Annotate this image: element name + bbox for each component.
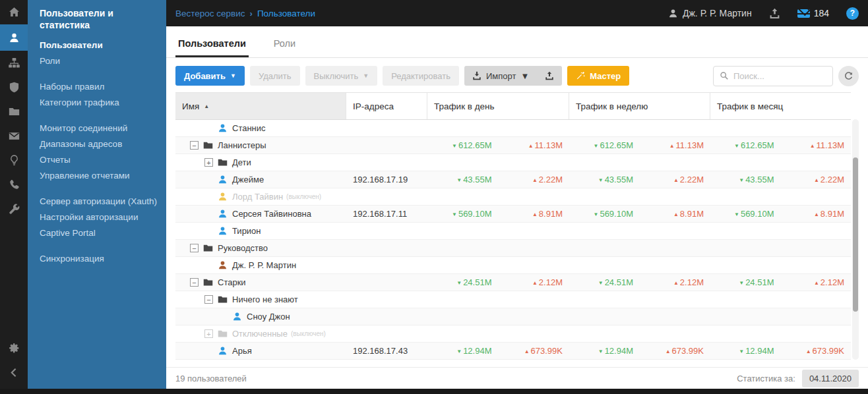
tab-inactive[interactable]: Роли xyxy=(271,30,298,57)
table-row[interactable]: +Дети xyxy=(175,154,851,171)
table-row[interactable]: Станнис xyxy=(175,120,851,137)
upload-value: ▲2.22M xyxy=(640,175,710,184)
arrow-up-icon: ▲ xyxy=(814,280,819,286)
current-user-menu[interactable]: Дж. Р. Р. Мартин xyxy=(668,8,752,18)
rail-item-home[interactable] xyxy=(0,0,28,24)
edit-button: Редактировать xyxy=(383,66,459,86)
folder-icon xyxy=(218,329,228,339)
name-cell: Джейме xyxy=(175,171,346,188)
search-input[interactable] xyxy=(733,71,826,81)
sidebar-item[interactable]: Сервер авторизации (Xauth) xyxy=(40,194,166,210)
sidebar-item[interactable]: Пользователи xyxy=(40,38,166,53)
expand-toggle-icon[interactable]: + xyxy=(204,158,213,167)
table-row[interactable]: Лорд Тайвин(выключен) xyxy=(175,188,851,206)
table-row[interactable]: Дж. Р. Р. Мартин xyxy=(175,257,851,274)
add-button[interactable]: Добавить ▼ xyxy=(175,66,245,86)
rail-item-shield[interactable] xyxy=(0,75,28,99)
arrow-down-icon: ▼ xyxy=(739,177,744,183)
row-name: Старки xyxy=(218,277,246,287)
column-header-label: Трафик в неделю xyxy=(576,101,648,111)
upload-value: ▲2.12M xyxy=(640,277,710,287)
column-header[interactable]: Трафик в месяц xyxy=(710,93,851,119)
upload-icon xyxy=(545,71,554,80)
expand-toggle-icon[interactable]: + xyxy=(204,329,213,338)
help-button[interactable]: ? xyxy=(846,7,859,20)
sidebar-item[interactable]: Роли xyxy=(40,53,166,69)
shield-icon xyxy=(9,82,20,93)
sidebar-item[interactable]: Наборы правил xyxy=(40,79,166,95)
download-value: ▼569.10M xyxy=(427,209,499,219)
collapse-toggle-icon[interactable]: − xyxy=(204,295,213,304)
table-row[interactable]: Арья192.168.17.43▼12.94M▲673.99K▼12.94M▲… xyxy=(175,343,851,360)
sort-asc-icon: ▲ xyxy=(204,103,209,109)
upload-button[interactable] xyxy=(769,8,780,19)
download-value: ▼612.65M xyxy=(710,140,781,150)
sidebar-item[interactable]: Синхронизация xyxy=(40,251,166,267)
row-name: Руководство xyxy=(218,243,268,253)
table-body: Станнис−Ланнистеры▼612.65M▲11.13M▼612.65… xyxy=(175,120,859,360)
rail-item-phone[interactable] xyxy=(0,173,28,197)
breadcrumb: Вестерос сервис › Пользователи xyxy=(175,9,315,18)
table-row[interactable]: −Руководство xyxy=(175,240,851,257)
refresh-button[interactable] xyxy=(838,66,859,86)
traffic-month-cell xyxy=(710,188,851,205)
envelope-icon xyxy=(797,9,810,18)
arrow-down-icon: ▼ xyxy=(456,177,462,183)
rail-item-folder[interactable] xyxy=(0,99,28,124)
sidebar-item[interactable]: Управление отчетами xyxy=(40,168,166,184)
arrow-down-icon: ▼ xyxy=(598,177,604,183)
rail-item-envelope[interactable] xyxy=(0,124,28,148)
table-row[interactable]: −Старки▼24.51M▲2.12M▼24.51M▲2.12M▼24.51M… xyxy=(175,274,851,291)
sidebar-item[interactable]: Captive Portal xyxy=(40,225,166,241)
export-button[interactable] xyxy=(537,66,562,86)
name-cell: −Руководство xyxy=(175,240,346,256)
sidebar-item[interactable]: Отчеты xyxy=(40,152,166,168)
stats-date-picker[interactable]: 04.11.2020 xyxy=(802,370,859,387)
table-row[interactable]: Джейме192.168.17.19▼43.55M▲2.22M▼43.55M▲… xyxy=(175,171,851,188)
column-header[interactable]: IP-адреса xyxy=(346,93,427,119)
table-row[interactable]: Тирион xyxy=(175,223,851,240)
table-row[interactable]: +Отключенные(выключен) xyxy=(175,325,851,343)
rail-item-sitemap[interactable] xyxy=(0,51,28,75)
rail-item-wrench[interactable] xyxy=(0,197,28,221)
column-header[interactable]: Трафик в неделю xyxy=(569,93,710,119)
traffic-month-cell xyxy=(710,257,851,273)
breadcrumb-link-service[interactable]: Вестерос сервис xyxy=(175,9,245,18)
collapse-toggle-icon[interactable]: − xyxy=(190,278,199,287)
tab-active[interactable]: Пользователи xyxy=(175,30,249,57)
import-button[interactable]: Импорт ▼ xyxy=(464,66,537,86)
row-name: Сноу Джон xyxy=(247,312,290,322)
column-header[interactable]: Трафик в день xyxy=(427,93,569,119)
scrollbar-thumb[interactable] xyxy=(853,157,858,312)
messages-button[interactable]: 184 xyxy=(797,8,829,18)
sidebar-item[interactable]: Настройки авторизации xyxy=(40,210,166,225)
download-value: ▼24.51M xyxy=(569,277,640,287)
table-row[interactable]: Серсея Тайвиновна192.168.17.11▼569.10M▲8… xyxy=(175,206,851,223)
traffic-month-cell: ▼43.55M▲2.22M xyxy=(710,171,851,188)
column-header[interactable]: Имя▲ xyxy=(175,93,346,119)
messages-count: 184 xyxy=(814,8,829,18)
row-name: Дети xyxy=(232,157,251,167)
wizard-button[interactable]: Мастер xyxy=(567,66,629,86)
upload-value: ▲8.91M xyxy=(640,209,710,219)
sidebar-item[interactable]: Диапазоны адресов xyxy=(40,136,166,152)
table-row[interactable]: −Ланнистеры▼612.65M▲11.13M▼612.65M▲11.13… xyxy=(175,137,851,154)
sidebar-group: Сервер авторизации (Xauth)Настройки авто… xyxy=(40,194,166,241)
rail-item-gear[interactable] xyxy=(0,336,28,360)
breadcrumb-link-users[interactable]: Пользователи xyxy=(257,9,315,18)
table-row[interactable]: Сноу Джон xyxy=(175,308,851,325)
rail-item-chevron-left[interactable] xyxy=(0,360,28,385)
sidebar-item[interactable]: Категории трафика xyxy=(40,95,166,111)
row-name: Станнис xyxy=(232,123,266,133)
collapse-toggle-icon[interactable]: − xyxy=(190,244,199,252)
rail-item-user[interactable] xyxy=(0,24,28,51)
wizard-button-label: Мастер xyxy=(590,71,621,81)
collapse-toggle-icon[interactable]: − xyxy=(190,141,199,150)
column-header-label: Трафик в месяц xyxy=(717,101,783,111)
traffic-month-cell xyxy=(710,223,851,239)
traffic-month-cell: ▼24.51M▲2.12M xyxy=(710,274,851,291)
rail-item-lightbulb[interactable] xyxy=(0,148,28,173)
sidebar-item[interactable]: Монитор соединений xyxy=(40,121,166,136)
folder-icon xyxy=(203,277,213,287)
table-row[interactable]: −Ничего не знают xyxy=(175,291,851,308)
